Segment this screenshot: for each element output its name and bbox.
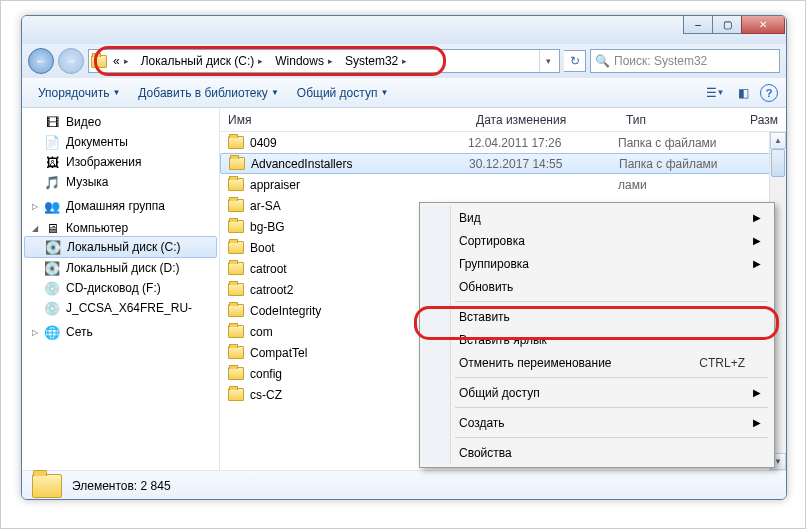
menu-sort[interactable]: Сортировка▶ xyxy=(423,229,771,252)
file-name: 0409 xyxy=(250,136,277,150)
network-icon: 🌐 xyxy=(44,324,60,340)
folder-icon xyxy=(228,178,244,191)
file-name: appraiser xyxy=(250,178,300,192)
file-name: catroot2 xyxy=(250,283,293,297)
file-name: CodeIntegrity xyxy=(250,304,321,318)
folder-icon xyxy=(228,262,244,275)
file-row[interactable]: AdvancedInstallers30.12.2017 14:55Папка … xyxy=(220,153,786,174)
homegroup-icon: 👥 xyxy=(44,198,60,214)
sidebar-computer[interactable]: ◢🖥Компьютер xyxy=(22,220,219,236)
file-name: bg-BG xyxy=(250,220,285,234)
file-name: ar-SA xyxy=(250,199,281,213)
add-to-library-button[interactable]: Добавить в библиотеку▼ xyxy=(130,83,286,103)
menu-undo-rename[interactable]: Отменить переименованиеCTRL+Z xyxy=(423,351,771,374)
folder-icon xyxy=(228,136,244,149)
file-type: Папка с файлами xyxy=(618,136,738,150)
file-name: Boot xyxy=(250,241,275,255)
scroll-thumb[interactable] xyxy=(771,149,785,177)
file-date: 12.04.2011 17:26 xyxy=(468,136,618,150)
col-size[interactable]: Разм xyxy=(738,113,786,127)
file-name: com xyxy=(250,325,273,339)
context-menu: Вид▶ Сортировка▶ Группировка▶ Обновить В… xyxy=(419,202,775,468)
toolbar: Упорядочить▼ Добавить в библиотеку▼ Общи… xyxy=(22,78,786,108)
sidebar-homegroup[interactable]: ▷👥Домашняя группа xyxy=(22,198,219,214)
address-bar[interactable]: «▸ Локальный диск (C:)▸ Windows▸ System3… xyxy=(88,49,560,73)
sidebar-item-video[interactable]: 🎞Видео xyxy=(22,112,219,132)
refresh-button[interactable]: ↻ xyxy=(564,50,586,72)
col-date[interactable]: Дата изменения xyxy=(468,113,618,127)
file-row[interactable]: appraiserлами xyxy=(220,174,786,195)
cd-icon: 💿 xyxy=(44,280,60,296)
status-bar: Элементов: 2 845 xyxy=(22,470,786,500)
sidebar-item-images[interactable]: 🖼Изображения xyxy=(22,152,219,172)
folder-icon xyxy=(228,367,244,380)
folder-icon xyxy=(228,283,244,296)
view-mode-button[interactable]: ☰ ▼ xyxy=(704,83,726,103)
titlebar: – ▢ ✕ xyxy=(22,16,786,44)
menu-share[interactable]: Общий доступ▶ xyxy=(423,381,771,404)
folder-icon xyxy=(228,241,244,254)
sidebar-item-disk-c[interactable]: 💽Локальный диск (C:) xyxy=(24,236,217,258)
folder-icon xyxy=(32,474,62,498)
folder-icon xyxy=(228,220,244,233)
menu-paste[interactable]: Вставить xyxy=(423,305,771,328)
folder-icon xyxy=(228,325,244,338)
folder-icon xyxy=(228,304,244,317)
preview-pane-button[interactable]: ◧ xyxy=(732,83,754,103)
search-placeholder: Поиск: System32 xyxy=(614,54,707,68)
file-type: Папка с файлами xyxy=(619,157,739,171)
status-text: Элементов: 2 845 xyxy=(72,479,171,493)
breadcrumb-system32[interactable]: System32▸ xyxy=(339,50,413,72)
drive-icon: 💽 xyxy=(45,239,61,255)
sidebar-item-music[interactable]: 🎵Музыка xyxy=(22,172,219,192)
navigation-pane: 🎞Видео 📄Документы 🖼Изображения 🎵Музыка ▷… xyxy=(22,108,220,470)
file-type: лами xyxy=(618,178,738,192)
video-icon: 🎞 xyxy=(44,114,60,130)
sidebar-item-cd[interactable]: 💿CD-дисковод (F:) xyxy=(22,278,219,298)
file-name: AdvancedInstallers xyxy=(251,157,352,171)
col-name[interactable]: Имя xyxy=(220,113,468,127)
file-name: catroot xyxy=(250,262,287,276)
menu-refresh[interactable]: Обновить xyxy=(423,275,771,298)
folder-icon xyxy=(229,157,245,170)
folder-icon xyxy=(228,199,244,212)
images-icon: 🖼 xyxy=(44,154,60,170)
sidebar-item-ccsa[interactable]: 💿J_CCSA_X64FRE_RU- xyxy=(22,298,219,318)
maximize-button[interactable]: ▢ xyxy=(712,16,742,34)
organize-button[interactable]: Упорядочить▼ xyxy=(30,83,128,103)
breadcrumb-disk-c[interactable]: Локальный диск (C:)▸ xyxy=(135,50,270,72)
documents-icon: 📄 xyxy=(44,134,60,150)
menu-properties[interactable]: Свойства xyxy=(423,441,771,464)
share-button[interactable]: Общий доступ▼ xyxy=(289,83,397,103)
sidebar-network[interactable]: ▷🌐Сеть xyxy=(22,324,219,340)
drive-icon: 💽 xyxy=(44,260,60,276)
menu-group[interactable]: Группировка▶ xyxy=(423,252,771,275)
menu-view[interactable]: Вид▶ xyxy=(423,206,771,229)
col-type[interactable]: Тип xyxy=(618,113,738,127)
sidebar-item-disk-d[interactable]: 💽Локальный диск (D:) xyxy=(22,258,219,278)
music-icon: 🎵 xyxy=(44,174,60,190)
menu-new[interactable]: Создать▶ xyxy=(423,411,771,434)
file-row[interactable]: 040912.04.2011 17:26Папка с файлами xyxy=(220,132,786,153)
sidebar-item-documents[interactable]: 📄Документы xyxy=(22,132,219,152)
minimize-button[interactable]: – xyxy=(683,16,713,34)
file-name: CompatTel xyxy=(250,346,307,360)
forward-button[interactable]: → xyxy=(58,48,84,74)
file-name: cs-CZ xyxy=(250,388,282,402)
breadcrumb-overflow[interactable]: «▸ xyxy=(107,50,135,72)
folder-icon xyxy=(91,53,107,69)
address-dropdown[interactable]: ▾ xyxy=(539,50,557,72)
help-button[interactable]: ? xyxy=(760,84,778,102)
search-icon: 🔍 xyxy=(595,54,610,68)
file-date: 30.12.2017 14:55 xyxy=(469,157,619,171)
scroll-up-button[interactable]: ▲ xyxy=(770,132,786,149)
breadcrumb-windows[interactable]: Windows▸ xyxy=(269,50,339,72)
disc-icon: 💿 xyxy=(44,300,60,316)
folder-icon xyxy=(228,346,244,359)
search-input[interactable]: 🔍 Поиск: System32 xyxy=(590,49,780,73)
back-button[interactable]: ← xyxy=(28,48,54,74)
address-row: ← → «▸ Локальный диск (C:)▸ Windows▸ Sys… xyxy=(22,44,786,78)
close-button[interactable]: ✕ xyxy=(741,16,785,34)
menu-paste-shortcut[interactable]: Вставить ярлык xyxy=(423,328,771,351)
computer-icon: 🖥 xyxy=(44,220,60,236)
